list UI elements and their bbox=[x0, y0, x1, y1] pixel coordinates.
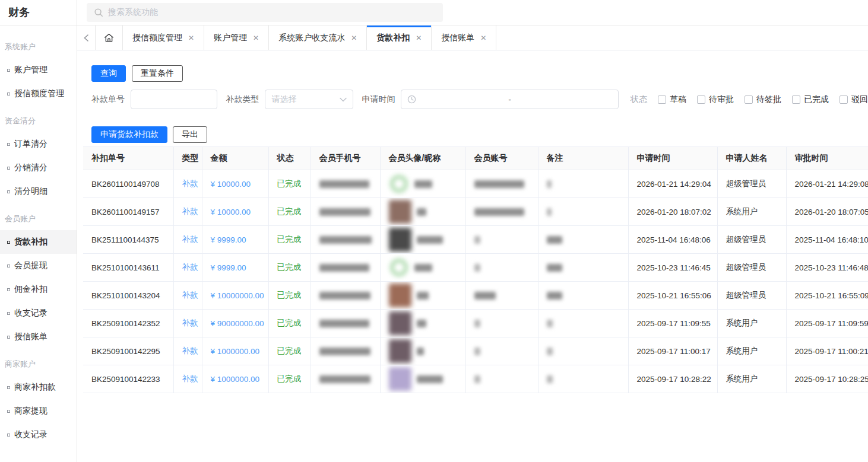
avatar bbox=[389, 311, 411, 335]
app-title: 财务 bbox=[0, 0, 77, 26]
col-status: 状态 bbox=[268, 147, 311, 170]
apply-deduction-button[interactable]: 申请货款补扣款 bbox=[91, 126, 167, 143]
apply-time-range-input[interactable]: - bbox=[401, 90, 619, 109]
table-row[interactable]: BK2601100149157 补款 ¥ 10000.00 已完成 2026-0… bbox=[83, 198, 868, 226]
sidebar-menu: 系统账户 账户管理 授信额度管理 资金清分 订单清分 分销清分 清分明细 会员账… bbox=[0, 26, 77, 447]
redacted-nickname bbox=[414, 180, 432, 188]
status-checkbox-rejected[interactable]: 驳回 bbox=[840, 94, 868, 105]
cell-applicant: 系统用户 bbox=[717, 337, 786, 365]
cell-member-phone bbox=[311, 198, 380, 226]
cell-member-avatar-nickname bbox=[380, 226, 465, 254]
table-row[interactable]: BK2511100144375 补款 ¥ 9999.00 已完成 2025-11… bbox=[83, 226, 868, 254]
redacted-phone bbox=[319, 348, 370, 355]
sidebar-item-payment-deduction[interactable]: 货款补扣 bbox=[0, 230, 77, 254]
checkbox-label: 草稿 bbox=[670, 94, 686, 105]
redacted-phone bbox=[319, 180, 369, 188]
chevron-left-icon bbox=[83, 34, 90, 42]
cell-member-avatar-nickname bbox=[380, 337, 465, 365]
cell-member-phone bbox=[311, 310, 380, 337]
sidebar-item-label: 账户管理 bbox=[14, 65, 47, 75]
home-tab[interactable] bbox=[96, 26, 123, 50]
square-bullet-icon bbox=[7, 386, 10, 389]
tab-account-management[interactable]: 账户管理 ✕ bbox=[204, 26, 269, 50]
sidebar-item-order-clearing[interactable]: 订单清分 bbox=[0, 132, 77, 156]
sidebar-item-label: 商家提现 bbox=[14, 406, 47, 416]
redacted-remark bbox=[547, 348, 553, 355]
sidebar-item-merchant-income-expense[interactable]: 收支记录 bbox=[0, 423, 77, 447]
sidebar-item-member-withdrawal[interactable]: 会员提现 bbox=[0, 254, 77, 278]
square-bullet-icon bbox=[7, 434, 10, 436]
cell-order-no: BK2509100142352 bbox=[83, 310, 173, 337]
cell-member-avatar-nickname bbox=[380, 198, 465, 226]
redacted-phone bbox=[319, 292, 370, 299]
type-select[interactable]: 请选择 bbox=[265, 90, 353, 109]
cell-type: 补款 bbox=[173, 170, 202, 198]
sidebar-item-member-income-expense[interactable]: 收支记录 bbox=[0, 301, 77, 325]
tab-payment-deduction[interactable]: 货款补扣 ✕ bbox=[367, 26, 432, 50]
square-bullet-icon bbox=[7, 265, 10, 267]
square-bullet-icon bbox=[7, 336, 10, 339]
cell-remark bbox=[538, 170, 628, 198]
table-row[interactable]: BK2510100143611 补款 ¥ 9999.00 已完成 2025-10… bbox=[83, 254, 868, 282]
tab-system-account-flow[interactable]: 系统账户收支流水 ✕ bbox=[269, 26, 367, 50]
global-search-input[interactable]: 搜索系统功能 bbox=[87, 3, 443, 22]
close-icon[interactable]: ✕ bbox=[416, 34, 422, 42]
sidebar-item-label: 分销清分 bbox=[14, 163, 47, 173]
status-checkbox-draft[interactable]: 草稿 bbox=[658, 94, 686, 105]
cell-amount: ¥ 1000000.00 bbox=[202, 365, 268, 393]
tabs-back-button[interactable] bbox=[77, 26, 96, 50]
sidebar-item-commission-deduction[interactable]: 佣金补扣 bbox=[0, 278, 77, 301]
sidebar-item-credit-limit-management[interactable]: 授信额度管理 bbox=[0, 82, 77, 106]
cell-amount: ¥ 9999.00 bbox=[202, 226, 268, 254]
table-row[interactable]: BK2601100149708 补款 ¥ 10000.00 已完成 2026-0… bbox=[83, 170, 868, 198]
close-icon[interactable]: ✕ bbox=[351, 34, 357, 42]
cell-member-account bbox=[465, 254, 538, 282]
redacted-remark bbox=[547, 180, 552, 188]
cell-member-avatar-nickname bbox=[380, 282, 465, 310]
sidebar-item-distribution-clearing[interactable]: 分销清分 bbox=[0, 156, 77, 180]
redacted-nickname bbox=[417, 236, 443, 244]
export-button[interactable]: 导出 bbox=[173, 126, 207, 143]
cell-member-phone bbox=[311, 254, 380, 282]
sidebar-item-label: 授信账单 bbox=[14, 332, 47, 342]
tab-credit-bill[interactable]: 授信账单 ✕ bbox=[432, 26, 496, 50]
sidebar-item-merchant-deduction[interactable]: 商家补扣款 bbox=[0, 375, 77, 399]
table-row[interactable]: BK2509100142295 补款 ¥ 1000000.00 已完成 2025… bbox=[83, 337, 868, 365]
tab-credit-limit-management[interactable]: 授信额度管理 ✕ bbox=[123, 26, 204, 50]
cell-member-avatar-nickname bbox=[380, 170, 465, 198]
close-icon[interactable]: ✕ bbox=[480, 34, 486, 42]
status-checkbox-pending-approval[interactable]: 待审批 bbox=[697, 94, 734, 105]
cell-amount: ¥ 10000000.00 bbox=[202, 282, 268, 310]
table-row[interactable]: BK2510100143204 补款 ¥ 10000000.00 已完成 202… bbox=[83, 282, 868, 310]
checkbox-icon bbox=[840, 95, 848, 104]
avatar bbox=[391, 259, 407, 276]
sidebar-item-clearing-detail[interactable]: 清分明细 bbox=[0, 180, 77, 203]
sidebar-item-label: 清分明细 bbox=[14, 186, 47, 197]
order-no-input[interactable] bbox=[131, 90, 217, 109]
query-button[interactable]: 查询 bbox=[91, 65, 126, 82]
col-member-phone: 会员手机号 bbox=[311, 147, 380, 170]
status-checkbox-pending-sign[interactable]: 待签批 bbox=[745, 94, 781, 105]
sidebar-item-merchant-withdrawal[interactable]: 商家提现 bbox=[0, 399, 77, 423]
close-icon[interactable]: ✕ bbox=[253, 34, 259, 42]
sidebar-section-member-account: 会员账户 bbox=[0, 203, 77, 230]
cell-member-phone bbox=[311, 337, 380, 365]
redacted-nickname bbox=[414, 264, 432, 272]
cell-member-phone bbox=[311, 170, 380, 198]
cell-applicant: 系统用户 bbox=[717, 198, 786, 226]
redacted-nickname bbox=[417, 375, 443, 383]
table-row[interactable]: BK2509100142352 补款 ¥ 90000000.00 已完成 202… bbox=[83, 310, 868, 337]
select-placeholder: 请选择 bbox=[271, 94, 296, 105]
col-applicant: 申请人姓名 bbox=[717, 147, 786, 170]
status-checkbox-completed[interactable]: 已完成 bbox=[792, 94, 829, 105]
sidebar-item-label: 订单清分 bbox=[14, 139, 47, 149]
reset-conditions-button[interactable]: 重置条件 bbox=[132, 65, 183, 82]
table-row[interactable]: BK2509100142233 补款 ¥ 1000000.00 已完成 2025… bbox=[83, 365, 868, 393]
close-icon[interactable]: ✕ bbox=[188, 34, 194, 42]
cell-type: 补款 bbox=[173, 365, 202, 393]
sidebar-item-credit-bill[interactable]: 授信账单 bbox=[0, 325, 77, 349]
redacted-account bbox=[474, 320, 480, 327]
sidebar-item-account-management[interactable]: 账户管理 bbox=[0, 58, 77, 82]
cell-apply-time: 2025-10-21 16:55:06 bbox=[628, 282, 717, 310]
cell-amount: ¥ 10000.00 bbox=[202, 198, 268, 226]
